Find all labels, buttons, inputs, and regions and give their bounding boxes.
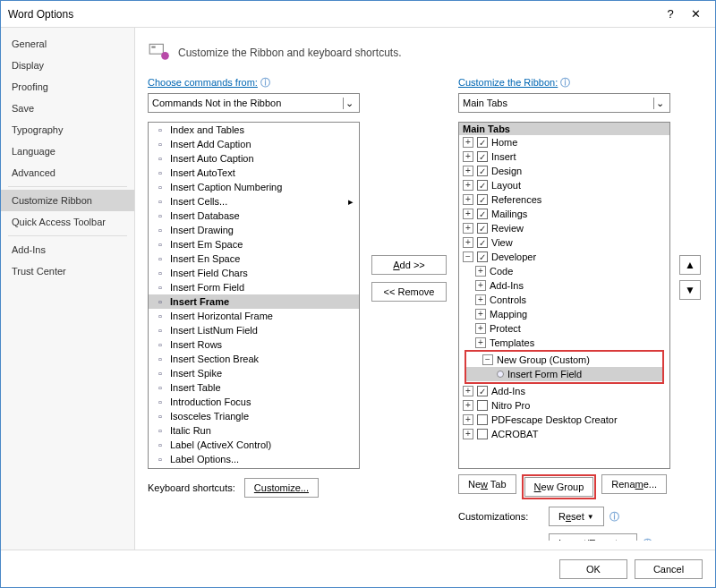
- expand-icon[interactable]: +: [463, 400, 473, 411]
- info-icon[interactable]: ⓘ: [260, 77, 270, 88]
- tree-row[interactable]: +✓Mailings: [459, 207, 669, 221]
- command-item[interactable]: ▫Insert Field Chars: [149, 266, 359, 280]
- tree-row[interactable]: +✓Design: [459, 164, 669, 178]
- choose-commands-combo[interactable]: Commands Not in the Ribbon ⌄: [148, 93, 360, 113]
- tree-row[interactable]: +ACROBAT: [459, 427, 669, 441]
- command-item[interactable]: ▫Insert En Space: [149, 251, 359, 266]
- checkbox-icon[interactable]: [477, 414, 488, 425]
- ribbon-tree[interactable]: Main Tabs +✓Home+✓Insert+✓Design+✓Layout…: [458, 122, 670, 469]
- checkbox-icon[interactable]: ✓: [477, 151, 488, 162]
- tree-row-new-group[interactable]: − New Group (Custom): [466, 353, 662, 367]
- expand-icon[interactable]: +: [463, 386, 473, 396]
- customize-shortcuts-button[interactable]: Customize...: [244, 478, 319, 498]
- tree-row[interactable]: +✓Home: [459, 135, 669, 149]
- sidebar-item-quick-access[interactable]: Quick Access Toolbar: [1, 211, 134, 233]
- tree-row-group[interactable]: +Code: [459, 264, 669, 278]
- command-item[interactable]: ▫Insert Auto Caption: [149, 151, 359, 166]
- tree-row[interactable]: +PDFescape Desktop Creator: [459, 413, 669, 427]
- command-item[interactable]: ▫Insert Em Space: [149, 237, 359, 251]
- tree-row[interactable]: +✓Insert: [459, 149, 669, 164]
- cancel-button[interactable]: Cancel: [635, 559, 703, 579]
- expand-icon[interactable]: +: [463, 429, 473, 439]
- tree-row[interactable]: +✓Layout: [459, 178, 669, 192]
- expand-icon[interactable]: +: [475, 337, 486, 348]
- ok-button[interactable]: OK: [559, 559, 627, 579]
- expand-icon[interactable]: +: [475, 323, 486, 334]
- command-item[interactable]: ▫Insert Database: [149, 209, 359, 223]
- expand-icon[interactable]: +: [475, 280, 486, 291]
- command-item[interactable]: ▫Insert Spike: [149, 366, 359, 380]
- command-item[interactable]: ▫Insert Cells...▸: [149, 194, 359, 209]
- checkbox-icon[interactable]: ✓: [477, 166, 488, 176]
- expand-icon[interactable]: +: [475, 266, 486, 277]
- expand-icon[interactable]: +: [463, 223, 473, 234]
- command-item[interactable]: ▫Insert Rows: [149, 337, 359, 352]
- expand-icon[interactable]: +: [475, 309, 486, 320]
- info-icon[interactable]: ⓘ: [609, 510, 619, 524]
- command-item[interactable]: ▫Index and Tables: [149, 123, 359, 137]
- new-group-button[interactable]: New Group: [524, 477, 594, 497]
- command-item[interactable]: ▫Insert Frame: [149, 294, 359, 309]
- add-button[interactable]: Add >>: [371, 255, 447, 275]
- command-item[interactable]: ▫Insert Add Caption: [149, 137, 359, 151]
- sidebar-item-save[interactable]: Save: [1, 98, 134, 119]
- checkbox-checked-icon[interactable]: ✓: [477, 251, 488, 262]
- expand-icon[interactable]: +: [475, 294, 486, 305]
- command-item[interactable]: ▫Insert Form Field: [149, 280, 359, 294]
- sidebar-item-advanced[interactable]: Advanced: [1, 162, 134, 183]
- command-item[interactable]: ▫Insert Table: [149, 380, 359, 395]
- command-item[interactable]: ▫Introduction Focus: [149, 395, 359, 409]
- command-item[interactable]: ▫Isosceles Triangle: [149, 409, 359, 423]
- collapse-icon[interactable]: −: [482, 354, 493, 365]
- expand-icon[interactable]: +: [463, 237, 473, 248]
- tree-row-developer[interactable]: − ✓ Developer: [459, 250, 669, 264]
- checkbox-icon[interactable]: ✓: [477, 386, 488, 396]
- tree-row-group[interactable]: +Add-Ins: [459, 278, 669, 293]
- customize-ribbon-link[interactable]: Customize the Ribbon:: [458, 77, 558, 88]
- choose-commands-link[interactable]: Choose commands from:: [148, 77, 258, 88]
- command-item[interactable]: ▫Insert ListNum Field: [149, 323, 359, 337]
- sidebar-item-customize-ribbon[interactable]: Customize Ribbon: [1, 190, 134, 211]
- collapse-icon[interactable]: −: [463, 251, 473, 262]
- close-button[interactable]: ✕: [683, 4, 708, 24]
- command-item[interactable]: ▫Insert Drawing: [149, 223, 359, 237]
- command-item[interactable]: ▫Italic Run: [149, 423, 359, 438]
- checkbox-icon[interactable]: ✓: [477, 180, 488, 191]
- expand-icon[interactable]: +: [463, 180, 473, 191]
- checkbox-icon[interactable]: ✓: [477, 194, 488, 205]
- move-down-button[interactable]: ▼: [679, 280, 701, 300]
- expand-icon[interactable]: +: [463, 209, 473, 219]
- import-export-button[interactable]: Import/Export▼: [549, 533, 637, 541]
- expand-icon[interactable]: +: [463, 194, 473, 205]
- sidebar-item-add-ins[interactable]: Add-Ins: [1, 239, 134, 260]
- commands-listbox[interactable]: ▫Index and Tables▫Insert Add Caption▫Ins…: [148, 122, 360, 469]
- checkbox-icon[interactable]: [477, 400, 488, 411]
- checkbox-icon[interactable]: ✓: [477, 223, 488, 234]
- move-up-button[interactable]: ▲: [679, 255, 701, 275]
- sidebar-item-trust-center[interactable]: Trust Center: [1, 260, 134, 282]
- info-icon[interactable]: ⓘ: [643, 537, 652, 541]
- tree-row[interactable]: +✓View: [459, 235, 669, 250]
- tree-row-group[interactable]: +Controls: [459, 293, 669, 307]
- checkbox-icon[interactable]: ✓: [477, 237, 488, 248]
- new-tab-button[interactable]: New Tab: [458, 474, 516, 494]
- command-item[interactable]: ▫Insert Section Break: [149, 352, 359, 366]
- sidebar-item-typography[interactable]: Typography: [1, 119, 134, 141]
- customize-ribbon-combo[interactable]: Main Tabs ⌄: [458, 93, 670, 113]
- checkbox-icon[interactable]: [477, 429, 488, 439]
- sidebar-item-language[interactable]: Language: [1, 141, 134, 162]
- tree-row[interactable]: +Nitro Pro: [459, 398, 669, 413]
- tree-row-group[interactable]: +Protect: [459, 321, 669, 336]
- command-item[interactable]: ▫Language▸: [149, 466, 359, 469]
- tree-row[interactable]: +✓Review: [459, 221, 669, 235]
- rename-button[interactable]: Rename...: [601, 474, 667, 494]
- sidebar-item-display[interactable]: Display: [1, 55, 134, 76]
- sidebar-item-proofing[interactable]: Proofing: [1, 76, 134, 98]
- sidebar-item-general[interactable]: General: [1, 33, 134, 55]
- command-item[interactable]: ▫Insert AutoText: [149, 166, 359, 180]
- checkbox-icon[interactable]: ✓: [477, 137, 488, 148]
- tree-row[interactable]: +✓Add-Ins: [459, 384, 669, 398]
- command-item[interactable]: ▫Insert Caption Numbering: [149, 180, 359, 194]
- command-item[interactable]: ▫Insert Horizontal Frame: [149, 309, 359, 323]
- remove-button[interactable]: << Remove: [371, 282, 447, 302]
